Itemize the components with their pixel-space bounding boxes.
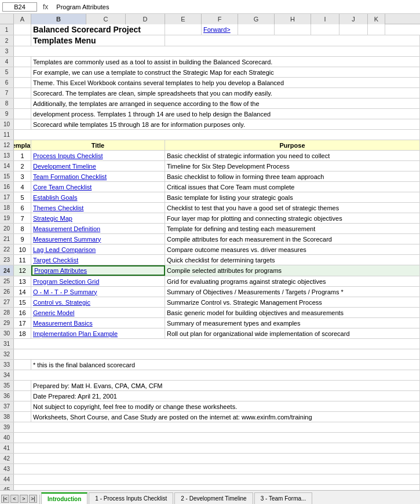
- cell-a18: 6: [14, 203, 31, 213]
- cell-b20[interactable]: Measurement Definition: [31, 224, 165, 233]
- link-program-attrs[interactable]: Program Attributes: [34, 267, 87, 274]
- cell-e13: Basic checklist of strategic information…: [165, 151, 420, 160]
- cell-b28[interactable]: Generic Model: [31, 308, 165, 317]
- cell-a8: [14, 98, 31, 108]
- tab-team-formation[interactable]: 3 - Team Forma...: [254, 492, 313, 504]
- link-meas-summary[interactable]: Measurement Summary: [33, 236, 101, 243]
- link-themes-checklist[interactable]: Themes Checklist: [33, 204, 83, 211]
- cell-a10: [14, 119, 31, 129]
- link-prog-selection[interactable]: Program Selection Grid: [33, 278, 99, 285]
- cell-reference[interactable]: B24: [2, 2, 37, 12]
- row-30: 30 18 Implementation Plan Example Roll o…: [0, 328, 420, 339]
- link-team-formation[interactable]: Team Formation Checklist: [33, 173, 107, 180]
- cell-b13[interactable]: Process Inputs Checklist: [31, 151, 165, 160]
- row-num-header: [0, 14, 14, 24]
- cell-e19: Four layer map for plotting and connecti…: [165, 213, 420, 223]
- row-num-35: 35: [0, 381, 14, 390]
- row-num-29: 29: [0, 318, 14, 328]
- row-num-4: 4: [0, 57, 14, 67]
- cell-b17[interactable]: Establish Goals: [31, 192, 165, 202]
- cell-b21[interactable]: Measurement Summary: [31, 234, 165, 244]
- tab-bar: |< < > >| Introduction 1 - Process Input…: [0, 490, 420, 504]
- row-num-38: 38: [0, 412, 14, 422]
- row-16: 16 4 Core Team Checklist Critical issues…: [0, 182, 420, 192]
- tab-dev-timeline[interactable]: 2 - Development Timeline: [174, 492, 253, 504]
- cell-a5: [14, 67, 31, 77]
- spreadsheet-area: A B C D E F G H I J K 1 Balanced Scoreca…: [0, 14, 420, 502]
- cell-a16: 4: [14, 182, 31, 192]
- row-11: 11: [0, 130, 420, 140]
- row-num-18: 18: [0, 203, 14, 213]
- cell-e15: Basic checklist to follow in forming thr…: [165, 171, 420, 181]
- cell-a6: [14, 78, 31, 87]
- row-num-37: 37: [0, 401, 14, 411]
- formula-content[interactable]: Program Attributes: [54, 3, 418, 11]
- cell-b15[interactable]: Team Formation Checklist: [31, 171, 165, 181]
- row-10: 10 Scorecard while templates 15 through …: [0, 119, 420, 130]
- cell-a27: 15: [14, 297, 31, 307]
- cell-b19[interactable]: Strategic Map: [31, 213, 165, 223]
- cell-f1: Forward>: [202, 24, 238, 35]
- link-impl-plan[interactable]: Implementation Plan Example: [33, 330, 118, 337]
- cell-a4: [14, 57, 31, 67]
- row-num-19: 19: [0, 213, 14, 223]
- link-target-checklist[interactable]: Target Checklist: [33, 257, 78, 264]
- row-num-12: 12: [0, 140, 14, 150]
- cell-b30[interactable]: Implementation Plan Example: [31, 328, 165, 338]
- row-32: 32: [0, 349, 420, 360]
- cell-b36: Date Prepared: April 21, 2001: [31, 391, 420, 401]
- link-core-team[interactable]: Core Team Checklist: [33, 184, 92, 191]
- link-meas-def[interactable]: Measurement Definition: [33, 225, 100, 232]
- cell-b5: For example, we can use a template to co…: [31, 67, 420, 77]
- tab-last-btn[interactable]: >|: [29, 495, 37, 503]
- cell-b23[interactable]: Target Checklist: [31, 255, 165, 265]
- cell-a15: 3: [14, 171, 31, 181]
- row-24: 24 12 Program Attributes Compile selecte…: [0, 265, 420, 276]
- link-omt-summary[interactable]: O - M - T - P Summary: [33, 288, 97, 295]
- row-33: 33 * this is the final balanced scorecar…: [0, 360, 420, 370]
- cell-b18[interactable]: Themes Checklist: [31, 203, 165, 213]
- tab-process-inputs[interactable]: 1 - Process Inputs Checklist: [89, 492, 173, 504]
- row-23: 23 11 Target Checklist Quick checklist f…: [0, 255, 420, 265]
- row-8: 8 Additionally, the templates are arrang…: [0, 98, 420, 109]
- row-20: 20 8 Measurement Definition Template for…: [0, 224, 420, 234]
- cell-a28: 16: [14, 308, 31, 317]
- cell-a24: 12: [14, 265, 31, 276]
- cell-b27[interactable]: Control vs. Strategic: [31, 297, 165, 307]
- cell-b29[interactable]: Measurement Basics: [31, 318, 165, 328]
- cell-b26[interactable]: O - M - T - P Summary: [31, 287, 165, 297]
- cell-b25[interactable]: Program Selection Grid: [31, 276, 165, 286]
- tab-first-btn[interactable]: |<: [1, 495, 9, 503]
- link-meas-basics[interactable]: Measurement Basics: [33, 320, 93, 327]
- row-num-2: 2: [0, 35, 14, 46]
- cell-k1: [368, 24, 385, 35]
- cell-h1: [275, 24, 311, 35]
- cell-b14[interactable]: Development Timeline: [31, 161, 165, 171]
- tab-prev-btn[interactable]: <: [10, 495, 19, 503]
- col-header-e: E: [165, 14, 202, 24]
- cell-b16[interactable]: Core Team Checklist: [31, 182, 165, 192]
- cell-a14: 2: [14, 161, 31, 171]
- cell-a1: [14, 24, 31, 35]
- cell-b35: Prepared by: Matt H. Evans, CPA, CMA, CF…: [31, 381, 420, 390]
- row-38: 38 Worksheets, Short Course, and Case St…: [0, 412, 420, 422]
- link-dev-timeline[interactable]: Development Timeline: [33, 163, 96, 170]
- tab-introduction[interactable]: Introduction: [41, 492, 87, 504]
- cell-a17: 5: [14, 192, 31, 202]
- row-3: 3: [0, 46, 420, 57]
- link-generic-model[interactable]: Generic Model: [33, 309, 75, 316]
- cell-e23: Quick checklist for determining targets: [165, 255, 420, 265]
- link-process-inputs[interactable]: Process Inputs Checklist: [33, 152, 103, 159]
- link-control-strategic[interactable]: Control vs. Strategic: [33, 299, 90, 306]
- forward-link[interactable]: Forward>: [203, 26, 231, 33]
- link-strategic-map[interactable]: Strategic Map: [33, 215, 72, 222]
- cell-b24[interactable]: Program Attributes: [31, 265, 165, 276]
- link-establish-goals[interactable]: Establish Goals: [33, 194, 77, 201]
- link-lag-lead[interactable]: Lag Lead Comparison: [33, 246, 96, 253]
- row-29: 29 17 Measurement Basics Summary of meas…: [0, 318, 420, 328]
- tab-next-btn[interactable]: >: [20, 495, 28, 503]
- row-4: 4 Templates are commonly used as a tool …: [0, 57, 420, 67]
- row-26: 26 14 O - M - T - P Summary Summary of O…: [0, 287, 420, 297]
- row-35: 35 Prepared by: Matt H. Evans, CPA, CMA,…: [0, 381, 420, 391]
- cell-b22[interactable]: Lag Lead Comparison: [31, 244, 165, 254]
